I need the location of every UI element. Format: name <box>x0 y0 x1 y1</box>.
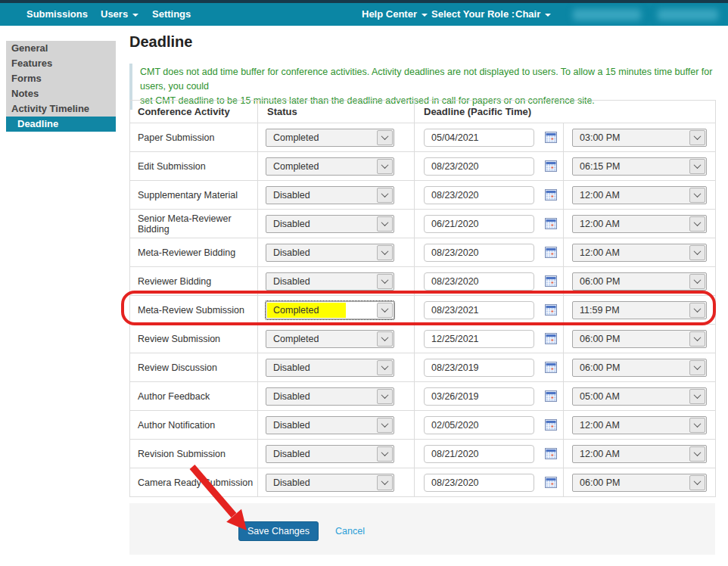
redacted-conference-name[interactable] <box>573 9 641 20</box>
time-select[interactable]: 12:00 AM <box>572 244 707 262</box>
date-input[interactable]: 08/23/2020 <box>424 186 534 204</box>
date-input[interactable]: 08/23/2019 <box>424 359 534 377</box>
nav-settings[interactable]: Settings <box>152 3 191 26</box>
date-input[interactable]: 02/05/2020 <box>424 416 534 434</box>
date-input[interactable]: 06/21/2020 <box>424 215 534 233</box>
time-select[interactable]: 03:00 PM <box>572 129 707 147</box>
chevron-down-icon[interactable] <box>377 245 393 260</box>
chevron-down-icon[interactable] <box>689 130 705 145</box>
save-changes-button[interactable]: Save Changes <box>238 521 319 541</box>
chevron-down-icon[interactable] <box>689 475 705 490</box>
date-input[interactable]: 08/23/2020 <box>424 157 534 176</box>
status-select[interactable]: Disabled <box>266 215 394 233</box>
time-select[interactable]: 06:00 PM <box>572 359 707 377</box>
status-select[interactable]: Completed <box>266 330 394 348</box>
date-input[interactable]: 08/23/2021 <box>424 301 534 319</box>
chevron-down-icon[interactable] <box>377 188 393 203</box>
time-select-value: 12:00 AM <box>580 188 620 203</box>
status-select[interactable]: Completed <box>266 301 394 319</box>
activity-label: Author Feedback <box>138 391 210 402</box>
chevron-down-icon[interactable] <box>377 446 393 462</box>
sidebar-item-general[interactable]: General <box>6 41 116 56</box>
chevron-down-icon[interactable] <box>377 130 393 145</box>
status-select[interactable]: Disabled <box>266 359 394 377</box>
chevron-down-icon[interactable] <box>377 216 393 232</box>
calendar-icon[interactable] <box>545 390 557 402</box>
date-input[interactable]: 12/25/2021 <box>424 330 534 348</box>
nav-users[interactable]: Users <box>101 3 138 26</box>
calendar-icon[interactable] <box>545 247 557 258</box>
time-select[interactable]: 12:00 AM <box>572 186 707 204</box>
chevron-down-icon[interactable] <box>689 446 705 462</box>
time-select[interactable]: 12:00 AM <box>572 445 707 463</box>
date-input[interactable]: 05/04/2021 <box>424 129 534 147</box>
status-select[interactable]: Disabled <box>266 445 394 463</box>
chevron-down-icon[interactable] <box>689 245 705 260</box>
chevron-down-icon[interactable] <box>377 159 393 174</box>
date-input[interactable]: 08/23/2020 <box>424 272 534 291</box>
chevron-down-icon[interactable] <box>689 360 705 375</box>
sidebar-item-notes[interactable]: Notes <box>6 86 116 101</box>
chevron-down-icon[interactable] <box>377 303 393 318</box>
chevron-down-icon[interactable] <box>377 418 393 433</box>
status-select-value: Completed <box>273 159 319 174</box>
cancel-link[interactable]: Cancel <box>335 526 365 536</box>
calendar-icon[interactable] <box>545 419 557 431</box>
nav-submissions[interactable]: Submissions <box>26 3 88 26</box>
time-select[interactable]: 06:00 PM <box>572 272 707 291</box>
time-select[interactable]: 06:15 PM <box>572 157 707 176</box>
chevron-down-icon[interactable] <box>377 389 393 404</box>
sidebar-item-forms[interactable]: Forms <box>6 71 116 86</box>
time-select[interactable]: 11:59 PM <box>572 301 707 319</box>
chevron-down-icon[interactable] <box>377 475 393 490</box>
chevron-glyph <box>694 305 702 313</box>
date-input[interactable]: 08/21/2020 <box>424 445 534 463</box>
time-select[interactable]: 12:00 AM <box>572 416 707 434</box>
chevron-down-icon[interactable] <box>689 188 705 203</box>
date-input[interactable]: 08/23/2020 <box>424 474 534 492</box>
sidebar-item-features[interactable]: Features <box>6 56 116 71</box>
status-select[interactable]: Disabled <box>266 387 394 406</box>
chevron-down-icon[interactable] <box>689 331 705 347</box>
nav-help-center[interactable]: Help Center <box>362 3 428 26</box>
chevron-down-icon[interactable] <box>377 274 393 289</box>
calendar-icon[interactable] <box>545 218 557 229</box>
time-select[interactable]: 06:00 PM <box>572 474 707 492</box>
status-select[interactable]: Disabled <box>266 474 394 492</box>
date-input[interactable]: 03/26/2019 <box>424 387 534 406</box>
time-select[interactable]: 06:00 PM <box>572 330 707 348</box>
time-select[interactable]: 12:00 AM <box>572 215 707 233</box>
redacted-user-name[interactable] <box>658 9 718 20</box>
chevron-down-icon[interactable] <box>689 418 705 433</box>
role-label: Chair <box>515 8 540 20</box>
chevron-down-icon[interactable] <box>377 331 393 347</box>
chevron-glyph <box>694 219 702 226</box>
calendar-icon[interactable] <box>545 448 557 459</box>
status-select[interactable]: Completed <box>266 157 394 176</box>
chevron-down-icon[interactable] <box>689 389 705 404</box>
status-select[interactable]: Completed <box>266 129 394 147</box>
time-select[interactable]: 05:00 AM <box>572 387 707 406</box>
calendar-icon[interactable] <box>545 304 557 316</box>
status-select[interactable]: Disabled <box>266 186 394 204</box>
status-select[interactable]: Disabled <box>266 244 394 262</box>
sidebar-item-deadline[interactable]: Deadline <box>6 117 116 132</box>
calendar-icon[interactable] <box>545 333 557 344</box>
calendar-icon[interactable] <box>545 160 557 172</box>
chevron-down-icon[interactable] <box>689 303 705 318</box>
calendar-icon[interactable] <box>545 132 557 143</box>
calendar-icon[interactable] <box>545 189 557 201</box>
calendar-icon[interactable] <box>545 477 557 488</box>
nav-role-chair[interactable]: Chair <box>515 3 551 26</box>
calendar-icon[interactable] <box>545 362 557 373</box>
chevron-down-icon[interactable] <box>689 274 705 289</box>
chevron-down-icon[interactable] <box>689 159 705 174</box>
status-select-value: Disabled <box>273 446 310 462</box>
sidebar-item-activity-timeline[interactable]: Activity Timeline <box>6 101 116 117</box>
status-select[interactable]: Disabled <box>266 416 394 434</box>
date-input[interactable]: 08/23/2020 <box>424 244 534 262</box>
status-select[interactable]: Disabled <box>266 272 394 291</box>
chevron-down-icon[interactable] <box>689 216 705 232</box>
chevron-down-icon[interactable] <box>377 360 393 375</box>
calendar-icon[interactable] <box>545 275 557 287</box>
